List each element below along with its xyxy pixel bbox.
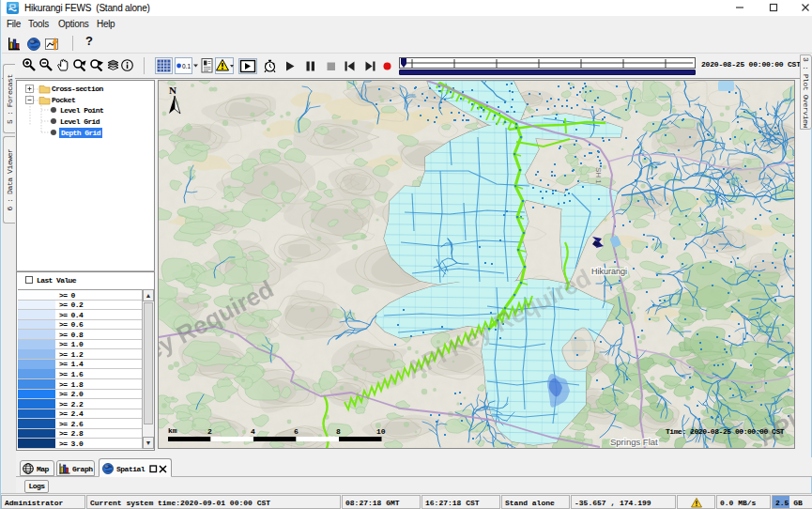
svg-text:8: 8 [336, 427, 341, 436]
svg-text:SH 1: SH 1 [594, 167, 603, 184]
svg-text:10: 10 [376, 427, 386, 436]
svg-text:4: 4 [251, 427, 255, 436]
svg-text:0.1: 0.1 [182, 63, 191, 69]
svg-text:Hikurangi: Hikurangi [591, 267, 627, 276]
svg-text:6: 6 [294, 427, 299, 436]
svg-text:km: km [168, 426, 177, 435]
svg-text:2: 2 [207, 427, 212, 436]
svg-text:Springs Flat: Springs Flat [610, 437, 658, 447]
svg-text:N: N [169, 85, 176, 96]
svg-text:Time: 2020-08-25 00:00:00 CST: Time: 2020-08-25 00:00:00 CST [666, 427, 785, 436]
